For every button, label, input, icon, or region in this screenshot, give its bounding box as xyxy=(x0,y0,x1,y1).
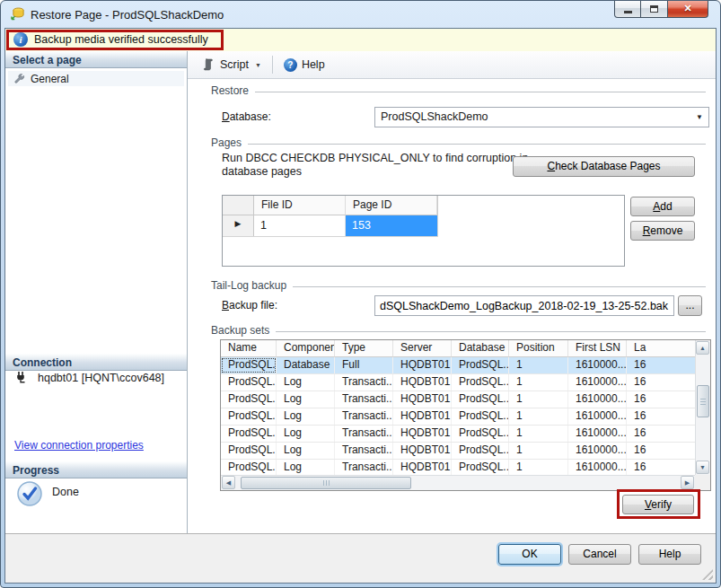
cell[interactable]: HQDBT01 xyxy=(393,426,452,442)
view-connection-properties-link[interactable]: View connection properties xyxy=(14,439,144,452)
cell[interactable]: Transacti... xyxy=(335,391,393,408)
add-button[interactable]: Add xyxy=(630,197,695,216)
cell[interactable]: ProdSQL... xyxy=(452,460,509,476)
cell[interactable]: Log xyxy=(277,426,335,442)
column-header-database[interactable]: Database xyxy=(452,340,509,357)
cell[interactable]: 1610000... xyxy=(568,408,627,425)
page-grid-row[interactable]: ▶ 1 153 xyxy=(223,215,438,237)
cell[interactable]: 1 xyxy=(509,408,568,425)
cell[interactable]: 16 xyxy=(627,443,697,459)
cell[interactable]: Full xyxy=(335,357,393,373)
backup-set-row[interactable]: ProdSQL...LogTransacti...HQDBT01ProdSQL.… xyxy=(221,391,710,408)
close-button[interactable]: ✕ xyxy=(667,0,708,18)
column-header-position[interactable]: Position xyxy=(509,340,568,357)
remove-button[interactable]: Remove xyxy=(630,221,695,241)
cell[interactable]: 1 xyxy=(509,391,568,408)
browse-button[interactable]: ... xyxy=(678,295,702,316)
script-button[interactable]: Script ▼ xyxy=(196,55,267,75)
page-id-cell[interactable]: 153 xyxy=(346,215,437,236)
column-header-name[interactable]: Name xyxy=(221,340,277,357)
cell[interactable]: 1610000... xyxy=(568,460,627,476)
help-toolbar-button[interactable]: ? Help xyxy=(278,56,330,75)
cell[interactable]: ProdSQL... xyxy=(221,443,277,459)
ok-button[interactable]: OK xyxy=(498,544,561,565)
horizontal-scrollbar-thumb[interactable] xyxy=(241,477,411,489)
cell[interactable]: Log xyxy=(277,443,335,459)
cell[interactable]: ProdSQL... xyxy=(221,374,277,391)
horizontal-scrollbar[interactable]: ◀ ▶ xyxy=(221,475,695,490)
backup-set-row[interactable]: ProdSQL...LogTransacti...HQDBT01ProdSQL.… xyxy=(221,443,710,460)
cell[interactable]: 1610000... xyxy=(568,426,627,442)
file-id-cell[interactable]: 1 xyxy=(254,215,346,236)
cell[interactable]: HQDBT01 xyxy=(393,408,452,425)
scroll-up-icon[interactable]: ▲ xyxy=(696,341,709,355)
cell[interactable]: 1610000... xyxy=(568,357,627,373)
verify-button[interactable]: Verify xyxy=(622,495,694,514)
database-dropdown[interactable]: ProdSQLShackDemo ▼ xyxy=(374,107,709,127)
cell[interactable]: Log xyxy=(277,374,335,391)
cell[interactable]: 16 xyxy=(627,408,697,425)
minimize-button[interactable] xyxy=(614,0,641,18)
cell[interactable]: ProdSQL... xyxy=(221,391,277,408)
scroll-right-icon[interactable]: ▶ xyxy=(681,476,694,489)
cell[interactable]: 16 xyxy=(627,426,697,442)
help-button[interactable]: Help xyxy=(638,544,701,565)
cell[interactable]: HQDBT01 xyxy=(393,374,452,391)
cell[interactable]: 16 xyxy=(627,357,697,373)
cell[interactable]: 16 xyxy=(627,374,697,391)
cell[interactable]: ProdSQL... xyxy=(221,460,277,476)
backup-set-row[interactable]: ProdSQL...LogTransacti...HQDBT01ProdSQL.… xyxy=(221,408,710,426)
cell[interactable]: Transacti... xyxy=(335,426,393,442)
cell[interactable]: 1 xyxy=(509,443,568,459)
cell[interactable]: Transacti... xyxy=(335,443,393,459)
cell[interactable]: 1610000... xyxy=(568,443,627,459)
cell[interactable]: ProdSQL... xyxy=(221,408,277,425)
cell[interactable]: Log xyxy=(277,408,335,425)
column-header-la[interactable]: La xyxy=(627,340,697,357)
cell[interactable]: ProdSQL... xyxy=(452,374,509,391)
backup-set-row[interactable]: ProdSQL...LogTransacti...HQDBT01ProdSQL.… xyxy=(221,374,710,391)
cell[interactable]: ProdSQL... xyxy=(452,408,509,425)
cell[interactable]: Transacti... xyxy=(335,374,393,391)
vertical-scrollbar[interactable]: ▲ ▼ xyxy=(695,340,710,475)
column-header-component[interactable]: Component xyxy=(277,340,335,357)
backup-file-input[interactable] xyxy=(374,295,674,316)
cell[interactable]: 1 xyxy=(509,357,568,373)
column-header-page-id[interactable]: Page ID xyxy=(346,196,437,215)
scroll-down-icon[interactable]: ▼ xyxy=(696,461,709,474)
cell[interactable]: HQDBT01 xyxy=(393,460,452,476)
cell[interactable]: 16 xyxy=(627,391,697,408)
column-header-first-lsn[interactable]: First LSN xyxy=(568,340,627,357)
cell[interactable]: ProdSQL... xyxy=(452,426,509,442)
cell[interactable]: HQDBT01 xyxy=(393,443,452,459)
cancel-button[interactable]: Cancel xyxy=(568,544,631,565)
cell[interactable]: Transacti... xyxy=(335,460,393,476)
cell[interactable]: Transacti... xyxy=(335,408,393,425)
scroll-left-icon[interactable]: ◀ xyxy=(222,476,235,489)
cell[interactable]: ProdSQL... xyxy=(452,391,509,408)
maximize-button[interactable] xyxy=(641,0,667,18)
backup-set-row[interactable]: ProdSQL...DatabaseFullHQDBT01ProdSQL...1… xyxy=(221,357,710,374)
cell[interactable]: Database xyxy=(277,357,335,373)
cell[interactable]: ProdSQL... xyxy=(452,357,509,373)
cell[interactable]: Log xyxy=(277,460,335,476)
cell[interactable]: ProdSQL... xyxy=(452,443,509,459)
column-header-type[interactable]: Type xyxy=(335,340,393,357)
cell[interactable]: 1610000... xyxy=(568,391,627,408)
column-header-file-id[interactable]: File ID xyxy=(254,196,346,215)
cell[interactable]: ProdSQL... xyxy=(221,426,277,442)
cell[interactable]: 16 xyxy=(627,460,697,476)
cell[interactable]: 1 xyxy=(509,426,568,442)
cell[interactable]: Log xyxy=(277,391,335,408)
backup-set-row[interactable]: ProdSQL...LogTransacti...HQDBT01ProdSQL.… xyxy=(221,426,710,443)
vertical-scrollbar-thumb[interactable] xyxy=(697,385,709,417)
resize-grip[interactable] xyxy=(702,569,713,580)
cell[interactable]: 1610000... xyxy=(568,374,627,391)
titlebar[interactable]: Restore Page - ProdSQLShackDemo ✕ xyxy=(1,1,720,28)
cell[interactable]: 1 xyxy=(509,374,568,391)
check-database-pages-button[interactable]: Check Database Pages xyxy=(513,156,695,177)
cell[interactable]: 1 xyxy=(509,460,568,476)
cell[interactable]: HQDBT01 xyxy=(393,391,452,408)
column-header-server[interactable]: Server xyxy=(393,340,452,357)
sidebar-item-general[interactable]: General xyxy=(8,71,184,86)
